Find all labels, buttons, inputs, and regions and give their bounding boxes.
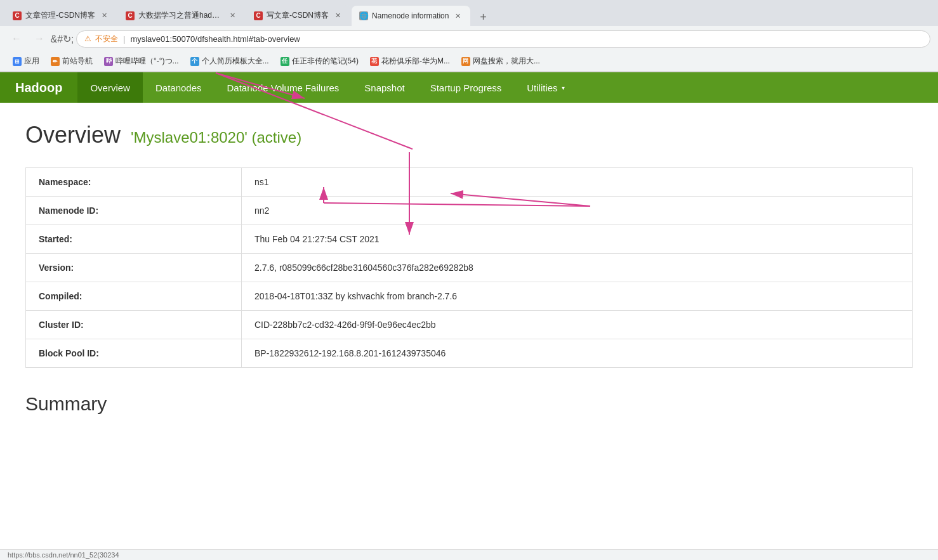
tab-3-favicon: C [254,11,263,20]
nav-datanode-volume-failures[interactable]: Datanode Volume Failures [215,72,352,103]
nav-datanodes[interactable]: Datanodes [143,72,215,103]
tab-4[interactable]: 🌐 Namenode information ✕ [352,6,470,26]
bookmark-search-icon: 网 [461,57,470,66]
table-value-started: Thu Feb 04 21:27:54 CST 2021 [242,225,913,254]
table-value-compiled: 2018-04-18T01:33Z by kshvachk from branc… [242,282,913,311]
overview-table: Namespace: ns1 Namenode ID: nn2 Started:… [25,167,913,368]
table-row-block-pool-id: Block Pool ID: BP-1822932612-192.168.8.2… [26,339,913,368]
tab-4-favicon: 🌐 [359,11,368,20]
bookmark-search[interactable]: 网 网盘搜索，就用大... [456,54,545,68]
tab-bar: C 文章管理-CSDN博客 ✕ C 大数据学习之普通hadoop集群... ✕ … [0,0,938,26]
tab-4-title: Namenode information [372,11,449,20]
back-button[interactable]: ← [8,30,25,48]
bookmark-resume[interactable]: 个 个人简历模板大全... [185,54,274,68]
tab-2-close[interactable]: ✕ [227,11,237,21]
tab-4-close[interactable]: ✕ [452,11,463,21]
bookmark-bilibili-label: 哔哩哔哩（°-°)つ... [116,56,179,67]
bookmark-notes-label: 任正非传的笔记(54) [292,56,359,67]
table-row-version: Version: 2.7.6, r085099c66cf28be31604560… [26,254,913,282]
bookmark-search-label: 网盘搜索，就用大... [473,56,540,67]
bookmark-nav-icon: ✏ [51,57,60,66]
table-row-started: Started: Thu Feb 04 21:27:54 CST 2021 [26,225,913,254]
table-value-cluster-id: CID-228bb7c2-cd32-426d-9f9f-0e96ec4ec2bb [242,311,913,339]
bookmark-apps-icon: ⊞ [13,57,22,66]
table-label-version: Version: [26,254,242,282]
address-bar: ← → &#↻; ⚠ 不安全 | myslave01:50070/dfsheal… [0,26,938,51]
summary-section: Summary [25,393,913,415]
table-label-namenode-id: Namenode ID: [26,197,242,225]
table-value-version: 2.7.6, r085099c66cf28be31604560c376fa282… [242,254,913,282]
table-value-block-pool-id: BP-1822932612-192.168.8.201-161243973504… [242,339,913,368]
bookmark-apps-label: 应用 [24,56,39,67]
bookmark-apps[interactable]: ⊞ 应用 [8,54,44,68]
reload-button[interactable]: &#↻; [53,30,71,48]
bookmark-nav-label: 前站导航 [62,56,93,67]
tab-1-close[interactable]: ✕ [99,11,109,21]
bookmark-resume-icon: 个 [190,57,199,66]
tab-1-favicon: C [13,11,22,20]
nav-overview[interactable]: Overview [77,72,143,103]
nav-startup-progress[interactable]: Startup Progress [418,72,515,103]
lock-label: 不安全 [95,34,118,44]
bookmark-bilibili-icon: 哔 [104,57,113,66]
bookmark-notes[interactable]: 任 任正非传的笔记(54) [275,54,364,68]
overview-header: Overview 'Myslave01:8020' (active) [25,122,913,148]
table-row-namespace: Namespace: ns1 [26,168,913,197]
bookmarks-bar: ⊞ 应用 ✏ 前站导航 哔 哔哩哔哩（°-°)つ... 个 个人简历模板大全..… [0,51,938,72]
tab-3[interactable]: C 写文章-CSDN博客 ✕ [246,5,350,26]
bookmark-notes-icon: 任 [281,57,289,66]
table-value-namespace: ns1 [242,168,913,197]
tab-1[interactable]: C 文章管理-CSDN博客 ✕ [5,5,117,26]
tab-3-close[interactable]: ✕ [333,11,343,21]
tab-2[interactable]: C 大数据学习之普通hadoop集群... ✕ [118,5,245,26]
hadoop-brand: Hadoop [0,72,77,103]
bookmark-huawei[interactable]: 花 花粉俱乐部-华为M... [365,54,455,68]
table-label-compiled: Compiled: [26,282,242,311]
bookmark-resume-label: 个人简历模板大全... [202,56,269,67]
page-subtitle: 'Myslave01:8020' (active) [131,129,301,146]
tab-2-favicon: C [126,11,135,20]
nav-utilities[interactable]: Utilities ▾ [514,72,577,103]
forward-button[interactable]: → [30,30,48,48]
table-label-cluster-id: Cluster ID: [26,311,242,339]
table-label-block-pool-id: Block Pool ID: [26,339,242,368]
nav-utilities-arrow: ▾ [562,84,565,91]
main-content: Overview 'Myslave01:8020' (active) Names… [0,103,938,434]
tab-1-title: 文章管理-CSDN博客 [25,10,95,21]
table-label-namespace: Namespace: [26,168,242,197]
table-row-namenode-id: Namenode ID: nn2 [26,197,913,225]
url-bar[interactable]: ⚠ 不安全 | myslave01:50070/dfshealth.html#t… [76,30,930,48]
table-label-started: Started: [26,225,242,254]
page-title: Overview [25,122,121,148]
new-tab-button[interactable]: + [474,8,492,26]
nav-utilities-label: Utilities [527,82,557,93]
lock-icon: ⚠ [84,34,91,43]
browser-chrome: C 文章管理-CSDN博客 ✕ C 大数据学习之普通hadoop集群... ✕ … [0,0,938,72]
url-text: myslave01:50070/dfshealth.html#tab-overv… [130,34,300,44]
summary-title: Summary [25,393,913,415]
bookmark-bilibili[interactable]: 哔 哔哩哔哩（°-°)つ... [99,54,184,68]
bookmark-nav[interactable]: ✏ 前站导航 [46,54,98,68]
bookmark-huawei-icon: 花 [370,57,379,66]
nav-snapshot[interactable]: Snapshot [352,72,417,103]
table-row-compiled: Compiled: 2018-04-18T01:33Z by kshvachk … [26,282,913,311]
bookmark-huawei-label: 花粉俱乐部-华为M... [381,56,450,67]
tab-2-title: 大数据学习之普通hadoop集群... [138,10,223,21]
hadoop-navbar: Hadoop Overview Datanodes Datanode Volum… [0,72,938,103]
table-row-cluster-id: Cluster ID: CID-228bb7c2-cd32-426d-9f9f-… [26,311,913,339]
tab-3-title: 写文章-CSDN博客 [267,10,329,21]
table-value-namenode-id: nn2 [242,197,913,225]
